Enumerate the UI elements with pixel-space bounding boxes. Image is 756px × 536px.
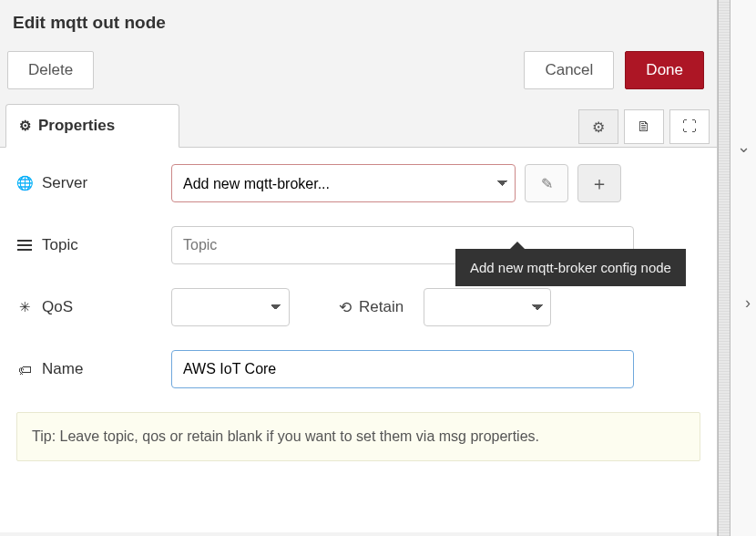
label-server-text: Server (42, 174, 87, 192)
tab-properties-label: Properties (38, 117, 115, 135)
label-topic: Topic (16, 236, 171, 254)
row-qos-retain: ✳ QoS ⟲ Retain (16, 288, 700, 326)
list-icon (16, 238, 33, 253)
frame-icon: ⛶ (682, 119, 697, 135)
delete-button[interactable]: Delete (7, 51, 94, 89)
asterisk-icon: ✳ (16, 299, 33, 315)
label-qos: ✳ QoS (16, 298, 171, 316)
tab-doc-icon-button[interactable]: 🗎 (624, 109, 664, 144)
tooltip-text: Add new mqtt-broker config node (470, 260, 671, 275)
cancel-button[interactable]: Cancel (524, 51, 614, 89)
button-row: Delete Cancel Done (0, 47, 717, 104)
tag-icon: 🏷 (16, 362, 33, 377)
tooltip: Add new mqtt-broker config node (455, 249, 686, 286)
server-select[interactable]: Add new mqtt-broker... (171, 164, 516, 202)
gear-icon: ⚙ (19, 118, 31, 134)
row-name: 🏷 Name (16, 350, 700, 388)
tab-appearance-icon-button[interactable]: ⛶ (669, 109, 710, 144)
globe-icon: 🌐 (16, 175, 33, 191)
document-icon: 🗎 (637, 119, 651, 135)
form-body: 🌐 Server Add new mqtt-broker... ✎ ＋ Topi… (0, 148, 717, 532)
label-name-text: Name (42, 360, 83, 378)
name-input[interactable] (171, 350, 634, 388)
label-retain: ⟲ Retain (339, 298, 404, 317)
label-topic-text: Topic (42, 236, 78, 254)
plus-icon: ＋ (590, 171, 608, 196)
row-server: 🌐 Server Add new mqtt-broker... ✎ ＋ (16, 164, 700, 202)
add-broker-button[interactable]: ＋ (577, 164, 621, 202)
retain-select[interactable] (424, 288, 551, 326)
done-button[interactable]: Done (625, 51, 704, 89)
pencil-icon: ✎ (541, 175, 553, 192)
tab-settings-icon-button[interactable]: ⚙ (578, 109, 618, 144)
panel-title: Edit mqtt out node (0, 0, 717, 47)
side-panel: ⌄ › (730, 0, 756, 536)
label-name: 🏷 Name (16, 360, 171, 378)
chevron-right-icon[interactable]: › (745, 294, 751, 313)
side-drag-handle[interactable] (718, 0, 730, 536)
gear-icon: ⚙ (592, 119, 605, 136)
history-icon: ⟲ (339, 298, 352, 317)
tip-box: Tip: Leave topic, qos or retain blank if… (16, 412, 700, 461)
label-qos-text: QoS (42, 298, 73, 316)
tab-properties[interactable]: ⚙ Properties (5, 104, 179, 148)
label-server: 🌐 Server (16, 174, 171, 192)
chevron-down-icon[interactable]: ⌄ (737, 137, 751, 157)
qos-select[interactable] (171, 288, 290, 326)
edit-broker-button[interactable]: ✎ (525, 164, 568, 202)
tabs-row: ⚙ Properties ⚙ 🗎 ⛶ (0, 104, 717, 148)
tab-right-icons: ⚙ 🗎 ⛶ (578, 109, 710, 144)
label-retain-text: Retain (359, 298, 404, 316)
